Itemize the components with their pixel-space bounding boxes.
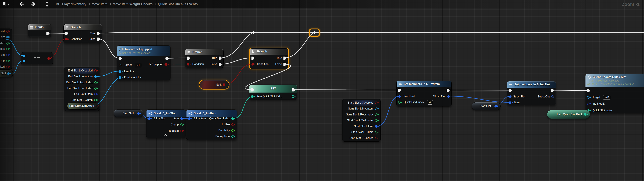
data-pin[interactable] [494, 105, 498, 108]
self-getter[interactable]: Self [0, 70, 13, 77]
set-item-quick-slot-ref[interactable]: SETItem Quick Slot Ref L [249, 85, 297, 100]
exec-pin[interactable] [187, 56, 190, 60]
data-pin[interactable] [6, 54, 10, 56]
data-pin[interactable] [6, 48, 10, 50]
exec-pin[interactable] [65, 32, 68, 35]
data-pin[interactable] [188, 117, 192, 120]
struct-pin[interactable] [398, 95, 401, 97]
data-pin[interactable] [375, 108, 379, 110]
data-pin[interactable] [118, 70, 123, 73]
exec-pin[interactable] [284, 56, 287, 60]
data-pin[interactable] [232, 117, 236, 120]
breadcrumb-item[interactable]: BP_PlayerInventory [56, 2, 86, 6]
reroute-node-2[interactable] [313, 31, 316, 34]
pin-value-box[interactable]: self [134, 63, 142, 67]
breadcrumb-item[interactable]: Move Item Weight Checks [113, 2, 152, 6]
node-header[interactable]: Inputs [28, 24, 51, 30]
exec-pin[interactable] [587, 89, 590, 92]
data-pin[interactable] [292, 95, 296, 98]
exec-pin[interactable] [292, 88, 296, 92]
start-slot-l-getter-1[interactable]: Start Slot L [114, 110, 144, 117]
data-pin[interactable] [6, 36, 10, 38]
node-header[interactable]: Branch [64, 24, 102, 30]
forward-arrow-icon[interactable] [30, 2, 35, 6]
is-inventory-equipped[interactable]: fIs Inventory EquippedTarget is BP Playe… [117, 45, 170, 80]
break-s-invslot[interactable]: Break S_InvSlotS Inv SlotItemClumpBlocke… [146, 110, 186, 138]
data-pin[interactable] [252, 63, 256, 66]
end-slot-left-cut[interactable]: iedorydexdexemmpked [0, 28, 12, 70]
data-pin[interactable] [118, 76, 123, 79]
exec-pin[interactable] [509, 89, 512, 92]
bookmark-icon[interactable] [2, 1, 7, 7]
branch-3[interactable]: BranchConditionTrueFalse [250, 48, 288, 69]
start-slot-l-getter-2[interactable]: Start Slot L [472, 102, 500, 110]
exec-pin[interactable] [118, 57, 122, 60]
client-update-quick-slot[interactable]: Client Update Quick SlotTarget is BP Pla… [585, 74, 644, 113]
data-pin[interactable] [6, 30, 10, 33]
data-pin[interactable] [165, 63, 169, 66]
collapse-chevron-icon[interactable] [164, 134, 168, 138]
data-pin[interactable] [584, 113, 588, 116]
exec-pin[interactable] [252, 56, 255, 60]
data-pin[interactable] [232, 123, 236, 126]
data-pin[interactable] [375, 119, 379, 122]
blueprint-graph-canvas[interactable]: iedorydexdexemmpkedInputs==BranchConditi… [0, 0, 644, 181]
exec-pin[interactable] [166, 57, 169, 60]
graph-icon[interactable] [45, 1, 52, 7]
node-header[interactable]: SET [250, 85, 297, 93]
data-pin[interactable] [6, 42, 10, 45]
data-pin[interactable] [375, 125, 379, 128]
data-pin[interactable] [94, 69, 98, 72]
data-pin[interactable] [94, 99, 98, 101]
data-pin[interactable] [232, 135, 236, 138]
node-header[interactable]: Client Update Quick SlotTarget is BP Pla… [586, 74, 644, 87]
data-pin[interactable] [375, 102, 379, 104]
back-arrow-icon[interactable] [20, 2, 25, 6]
reroute-node-1[interactable] [252, 31, 255, 34]
node-header[interactable]: Branch [185, 49, 224, 55]
node-header[interactable]: Set members in S_InvItem [396, 81, 452, 87]
data-pin[interactable] [118, 64, 123, 66]
node-header[interactable]: Set members in S_InvSlot [507, 81, 556, 88]
branch-1[interactable]: BranchConditionTrueFalse [64, 24, 102, 43]
pin-value-box[interactable]: -1 [427, 100, 433, 105]
data-pin[interactable] [223, 83, 227, 86]
data-pin[interactable] [65, 38, 69, 40]
struct-pin[interactable] [447, 95, 450, 97]
set-members-s-invitem[interactable]: Set members in S_InvItemStruct RefStruct… [396, 81, 452, 106]
data-pin[interactable] [94, 93, 98, 95]
data-pin[interactable] [180, 123, 184, 126]
data-pin[interactable] [94, 75, 98, 78]
data-pin[interactable] [398, 101, 402, 104]
exec-pin[interactable] [251, 88, 254, 92]
exec-pin[interactable] [398, 89, 401, 92]
data-pin[interactable] [94, 87, 98, 90]
struct-pin[interactable] [551, 96, 554, 98]
data-pin[interactable] [232, 129, 236, 132]
breadcrumb-item[interactable]: Move Item [92, 2, 108, 6]
break-s-invitem[interactable]: Break S_InvItemS Inv ItemQuick Bind Inde… [186, 110, 237, 140]
branch-2[interactable]: BranchConditionTrueFalse [185, 49, 224, 68]
breadcrumb-item[interactable]: Quick Slot Checks Events [158, 2, 198, 6]
exec-pin[interactable] [219, 63, 222, 66]
data-pin[interactable] [148, 117, 152, 120]
set-members-s-invslot[interactable]: Set members in S_InvSlotStruct RefStruct… [507, 81, 556, 105]
exec-pin[interactable] [97, 32, 100, 35]
data-pin[interactable] [96, 105, 100, 107]
item-quick-slot-ref-l-getter[interactable]: Item Quick Slot Ref L [547, 110, 590, 119]
start-slot-l-list[interactable]: Start Slot L OccupiedStart Slot L Invent… [342, 99, 380, 142]
exec-pin[interactable] [97, 37, 100, 41]
data-pin[interactable] [587, 96, 591, 99]
data-pin[interactable] [375, 113, 379, 116]
data-pin[interactable] [23, 60, 27, 62]
node-header[interactable]: fIs Inventory EquippedTarget is BP Playe… [117, 46, 170, 56]
data-pin[interactable] [180, 130, 184, 132]
exec-pin[interactable] [447, 89, 450, 92]
struct-pin[interactable] [509, 96, 512, 98]
data-pin[interactable] [587, 103, 591, 105]
exec-pin[interactable] [284, 63, 287, 66]
pin-value-box[interactable]: self [603, 95, 610, 100]
data-pin[interactable] [137, 112, 142, 115]
inputs[interactable]: Inputs [28, 24, 52, 37]
data-pin[interactable] [375, 137, 379, 139]
